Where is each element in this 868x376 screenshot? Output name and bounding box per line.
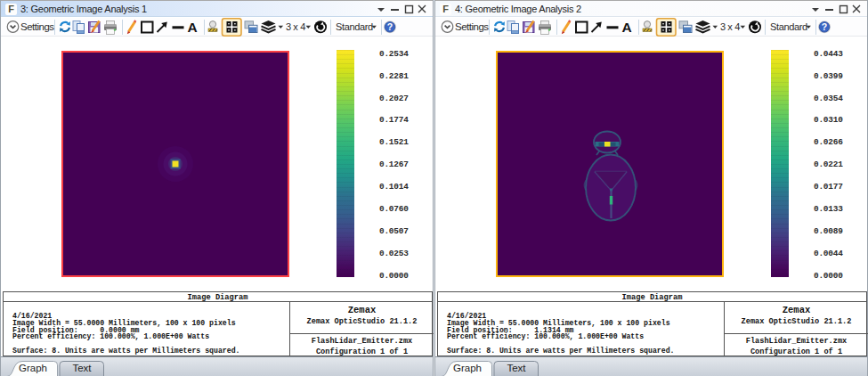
svg-text:A: A	[188, 20, 198, 35]
svg-text:Standard: Standard	[770, 21, 807, 32]
svg-text:Settings: Settings	[20, 21, 54, 32]
svg-text:3 x 4: 3 x 4	[286, 21, 305, 32]
svg-text:Text: Text	[72, 363, 92, 373]
svg-text:Settings: Settings	[455, 21, 489, 32]
svg-text:Graph: Graph	[19, 363, 47, 373]
svg-text:?: ?	[822, 21, 827, 32]
svg-text:Standard: Standard	[336, 21, 373, 32]
svg-text:3 x 4: 3 x 4	[720, 21, 740, 32]
svg-text:Text: Text	[507, 363, 526, 373]
svg-text:?: ?	[387, 21, 393, 32]
svg-text:Graph: Graph	[453, 363, 482, 373]
svg-text:A: A	[622, 20, 632, 35]
